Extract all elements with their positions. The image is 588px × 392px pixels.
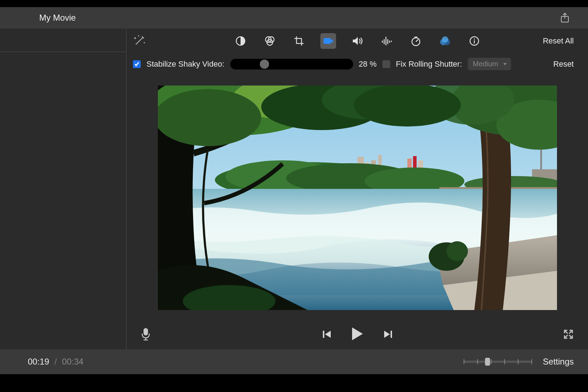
zoom-slider[interactable] (464, 361, 531, 363)
color-balance-tab[interactable] (233, 33, 248, 49)
sidebar-divider (0, 52, 126, 52)
svg-point-30 (447, 241, 468, 261)
stabilize-slider[interactable] (230, 59, 353, 69)
svg-point-9 (442, 36, 448, 43)
svg-rect-41 (144, 329, 148, 335)
preview-frame[interactable] (158, 86, 557, 310)
rolling-shutter-checkbox[interactable] (382, 60, 390, 68)
stabilize-slider-thumb[interactable] (260, 60, 269, 69)
inspector-toolbar: Reset All (127, 29, 588, 53)
footer-bar: 00:19 / 00:34 Settings (0, 349, 588, 374)
magic-wand-button[interactable] (134, 34, 146, 48)
volume-tab[interactable] (350, 33, 365, 49)
timecode-separator: / (55, 357, 57, 366)
sidebar (0, 29, 127, 349)
stabilization-controls: Stabilize Shaky Video: 28 % Fix Rolling … (127, 53, 588, 74)
settings-button[interactable]: Settings (543, 357, 574, 367)
skip-forward-button[interactable] (383, 330, 393, 340)
stabilize-value: 28 % (359, 60, 377, 69)
info-tab[interactable] (466, 33, 482, 49)
play-button[interactable] (350, 326, 364, 344)
speed-tab[interactable] (408, 33, 424, 49)
preview-viewer (127, 74, 588, 321)
share-button[interactable] (559, 12, 570, 23)
fullscreen-button[interactable] (563, 329, 574, 341)
svg-rect-42 (323, 331, 324, 338)
svg-point-36 (158, 89, 261, 146)
color-correction-tab[interactable] (262, 33, 278, 49)
titlebar: My Movie (0, 0, 588, 29)
rolling-shutter-label: Fix Rolling Shutter: (396, 60, 462, 69)
timecode-duration: 00:34 (62, 357, 83, 366)
project-title: My Movie (39, 13, 76, 23)
zoom-slider-thumb[interactable] (485, 358, 490, 366)
skip-back-button[interactable] (322, 330, 331, 340)
svg-rect-5 (324, 38, 331, 44)
rolling-shutter-value: Medium (473, 60, 498, 68)
transport-controls (322, 329, 393, 341)
svg-point-39 (354, 86, 461, 127)
editor-panel: Reset All Stabilize Shaky Video: 28 % Fi… (127, 29, 588, 349)
crop-tab[interactable] (291, 33, 307, 49)
timecode-current: 00:19 (28, 357, 49, 366)
reset-button[interactable]: Reset (553, 60, 574, 69)
main-area: Reset All Stabilize Shaky Video: 28 % Fi… (0, 29, 588, 349)
color-filter-tab[interactable] (437, 33, 453, 49)
noise-reduction-tab[interactable] (379, 33, 394, 49)
stabilize-label: Stabilize Shaky Video: (146, 60, 225, 69)
timecode: 00:19 / 00:34 (28, 357, 83, 367)
reset-all-button[interactable]: Reset All (543, 36, 574, 46)
svg-rect-43 (391, 331, 392, 338)
stabilize-checkbox[interactable] (133, 60, 141, 68)
footer-right: Settings (464, 357, 574, 367)
stabilization-tab[interactable] (320, 33, 336, 49)
voiceover-button[interactable] (141, 328, 151, 342)
inspector-tabs (233, 33, 482, 49)
playback-bar (127, 321, 588, 349)
rolling-shutter-dropdown[interactable]: Medium (468, 58, 511, 70)
